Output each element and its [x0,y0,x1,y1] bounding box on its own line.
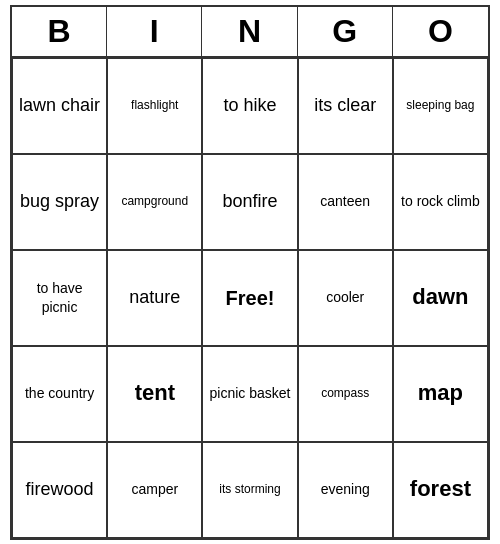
bingo-cell: forest [393,442,488,538]
bingo-cell: its storming [202,442,297,538]
bingo-cell: sleeping bag [393,58,488,154]
bingo-cell: canteen [298,154,393,250]
bingo-cell: its clear [298,58,393,154]
bingo-cell: evening [298,442,393,538]
bingo-cell: map [393,346,488,442]
bingo-grid: lawn chairflashlightto hikeits clearslee… [12,58,488,538]
bingo-cell: picnic basket [202,346,297,442]
bingo-cell: campground [107,154,202,250]
bingo-cell: lawn chair [12,58,107,154]
bingo-header: BINGO [12,7,488,58]
bingo-cell: compass [298,346,393,442]
header-letter: O [393,7,488,56]
header-letter: G [298,7,393,56]
bingo-cell: the country [12,346,107,442]
bingo-card: BINGO lawn chairflashlightto hikeits cle… [10,5,490,540]
bingo-cell: bonfire [202,154,297,250]
header-letter: N [202,7,297,56]
bingo-cell: flashlight [107,58,202,154]
bingo-cell: tent [107,346,202,442]
header-letter: B [12,7,107,56]
header-letter: I [107,7,202,56]
bingo-cell: camper [107,442,202,538]
bingo-cell: firewood [12,442,107,538]
bingo-cell: to hike [202,58,297,154]
bingo-cell: to rock climb [393,154,488,250]
bingo-cell: cooler [298,250,393,346]
bingo-cell: dawn [393,250,488,346]
bingo-cell: bug spray [12,154,107,250]
bingo-cell: nature [107,250,202,346]
bingo-cell: to have picnic [12,250,107,346]
bingo-cell: Free! [202,250,297,346]
